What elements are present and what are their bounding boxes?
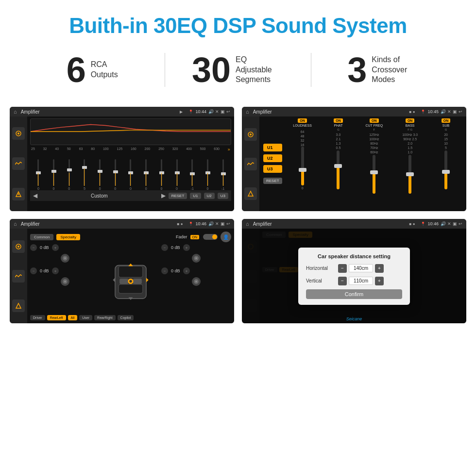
mixer-preset-u1[interactable]: U1	[263, 144, 282, 151]
eq-time: 10:44	[195, 109, 206, 114]
ch-bass-slider[interactable]	[408, 155, 411, 194]
eq-u2-btn[interactable]: U2	[204, 193, 215, 199]
dialog-vertical-minus[interactable]: −	[338, 277, 347, 285]
ch-phat-label: PHAT	[334, 124, 342, 127]
fader-btn-rearleft[interactable]: RearLeft	[47, 315, 66, 320]
eq-slider-4[interactable]: 0	[93, 159, 107, 190]
dialog-overlay: Car speaker distance setting Horizontal …	[242, 229, 466, 323]
mixer-btn-1[interactable]	[244, 128, 257, 141]
dialog-dot-icon: ■ ●	[409, 222, 415, 226]
mixer-home-icon[interactable]: ⌂	[246, 109, 249, 115]
eq-freq-labels: 2532405063 80100125160200 25032040050063…	[30, 147, 231, 152]
eq-status-icons: 🔊 ✕ ▣ ↩	[208, 109, 230, 114]
mixer-preset-u2[interactable]: U2	[263, 154, 282, 162]
dialog-horizontal-minus[interactable]: −	[338, 264, 347, 273]
eq-u1-btn[interactable]: U1	[190, 193, 201, 199]
fader-zone-fr-minus[interactable]: －	[161, 244, 168, 251]
ch-loudness-slider[interactable]	[301, 147, 304, 185]
mixer-content: U1 U2 U3 RESET ON LOUDNESS 64	[242, 116, 466, 211]
fader-tab-specialty[interactable]: Specialty	[56, 234, 80, 240]
fader-zone-rl-minus[interactable]: －	[30, 267, 37, 274]
ch-loudness-val: 0	[302, 186, 304, 190]
eq-back-icon[interactable]: ↩	[226, 109, 230, 114]
fader-btn-1[interactable]	[12, 240, 25, 253]
fader-btn-driver[interactable]: Driver	[30, 315, 45, 320]
fader-profile-icon[interactable]: 👤	[221, 232, 231, 242]
stat-label-eq: EQ Adjustable Segments	[236, 55, 284, 85]
fader-home-icon[interactable]: ⌂	[14, 221, 17, 227]
fader-body: － 0 dB ＋ － 0 dB ＋	[30, 244, 231, 313]
eq-reset-btn[interactable]: RESET	[169, 193, 187, 199]
fader-zone-rr-plus[interactable]: ＋	[183, 267, 190, 274]
fader-back-icon[interactable]: ↩	[226, 221, 230, 226]
home-icon[interactable]: ⌂	[14, 109, 17, 115]
eq-slider-11[interactable]: 0	[201, 159, 215, 190]
mixer-presets: U1 U2 U3 RESET	[263, 118, 282, 209]
mixer-channels: ON LOUDNESS 64 48 32 16	[286, 118, 462, 209]
mixer-btn-3[interactable]	[244, 187, 257, 200]
eq-u3-btn[interactable]: U3	[218, 193, 228, 199]
eq-slider-6[interactable]: 0	[123, 159, 138, 190]
fader-on-badge[interactable]: ON	[190, 235, 200, 239]
eq-prev-btn[interactable]: ◀	[33, 192, 37, 199]
fader-btn-copilot[interactable]: Copilot	[118, 315, 134, 320]
ch-sub-on[interactable]: ON	[442, 118, 451, 123]
eq-slider-3[interactable]: 5	[77, 159, 92, 190]
fader-btn-3[interactable]	[12, 299, 25, 312]
dialog-vertical-label: Vertical	[306, 278, 335, 283]
fader-zone-fl-plus[interactable]: ＋	[52, 244, 59, 251]
mixer-btn-2[interactable]	[244, 158, 257, 170]
dialog-home-icon[interactable]: ⌂	[246, 221, 249, 227]
fader-zone-rr-minus[interactable]: －	[161, 267, 168, 274]
ch-sub-slider[interactable]	[444, 150, 447, 189]
mixer-reset-btn[interactable]: RESET	[263, 178, 282, 184]
fader-zone-rl: － 0 dB ＋	[30, 267, 100, 274]
fader-top-bar: Common Specialty Fader ON 👤	[30, 232, 231, 242]
ch-phat-slider[interactable]	[337, 150, 340, 189]
fader-zone-rl-plus[interactable]: ＋	[52, 267, 59, 274]
eq-sidebar-btn-1[interactable]	[12, 127, 25, 140]
ch-cutfreq-on[interactable]: ON	[370, 118, 379, 123]
eq-slider-2[interactable]: 0	[62, 159, 76, 190]
screen-eq: ⌂ Amplifier ▶ 📍 10:44 🔊 ✕ ▣ ↩	[10, 107, 234, 211]
svg-point-13	[64, 257, 66, 259]
ch-bass-on[interactable]: ON	[406, 118, 415, 123]
eq-sliders: 0 0 0 5 0	[30, 154, 231, 190]
dialog-confirm-btn[interactable]: Confirm	[306, 289, 402, 299]
dialog-horizontal-row: Horizontal − 140cm +	[306, 264, 402, 273]
stats-row: 6 RCA Outputs 30 EQ Adjustable Segments …	[0, 48, 476, 102]
fader-btn-rearright[interactable]: RearRight	[94, 315, 116, 320]
mixer-title: Amplifier	[253, 109, 408, 115]
eq-slider-5[interactable]: 0	[108, 159, 122, 190]
fader-btn-user[interactable]: User	[79, 315, 92, 320]
fader-zone-fl-minus[interactable]: －	[30, 244, 37, 251]
eq-slider-1[interactable]: 0	[47, 159, 61, 190]
eq-slider-10[interactable]: -1	[185, 159, 200, 190]
fader-tab-common[interactable]: Common	[30, 234, 53, 240]
eq-slider-9[interactable]: 0	[170, 159, 184, 190]
eq-sidebar-btn-3[interactable]	[12, 188, 25, 200]
mixer-ch-sub: ON SUB G 20 15 10 5	[429, 118, 462, 189]
ch-cutfreq-slider[interactable]	[373, 155, 375, 194]
eq-sidebar-btn-2[interactable]	[12, 157, 25, 170]
dialog-horizontal-plus[interactable]: +	[375, 264, 384, 273]
fader-toggle[interactable]	[203, 234, 218, 240]
fader-zone-fr-plus[interactable]: ＋	[183, 244, 190, 251]
eq-slider-7[interactable]: 0	[139, 159, 153, 190]
eq-next-btn[interactable]: ▶	[161, 192, 166, 199]
mixer-back-icon[interactable]: ↩	[459, 109, 462, 114]
svg-marker-10	[16, 303, 21, 308]
mixer-preset-u3[interactable]: U3	[263, 165, 282, 173]
dialog-back-icon[interactable]: ↩	[459, 221, 462, 226]
dialog-vertical-plus[interactable]: +	[375, 277, 384, 285]
eq-slider-8[interactable]: 0	[154, 159, 169, 190]
fader-btn-all[interactable]: All	[68, 315, 78, 320]
svg-marker-25	[146, 278, 149, 282]
dialog-location-icon: 📍	[421, 222, 425, 226]
ch-phat-on[interactable]: ON	[334, 118, 343, 123]
svg-marker-22	[128, 264, 133, 266]
eq-slider-0[interactable]: 0	[31, 159, 46, 190]
fader-btn-2[interactable]	[12, 270, 25, 283]
ch-loudness-on[interactable]: ON	[298, 118, 307, 123]
eq-slider-12[interactable]: -1	[216, 159, 230, 190]
